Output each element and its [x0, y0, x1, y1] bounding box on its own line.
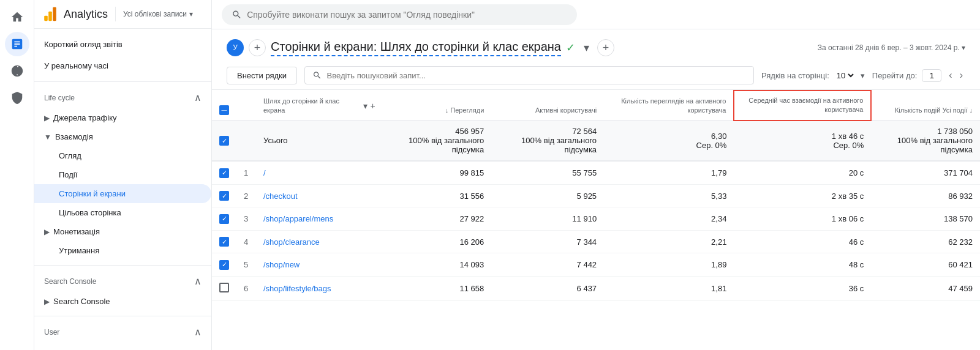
table-search[interactable] — [304, 66, 754, 84]
reports-icon[interactable] — [5, 32, 29, 56]
sidebar-item-realtime[interactable]: У реальному часі — [34, 55, 211, 76]
path-link[interactable]: /shop/apparel/mens — [263, 214, 333, 223]
cell-check — [212, 253, 236, 277]
table-row: 5 /shop/new 14 093 7 442 1,89 48 с 60 42… — [212, 253, 980, 277]
path-link[interactable]: / — [263, 168, 266, 177]
total-time: 1 хв 46 с Сер. 0% — [734, 121, 871, 162]
cell-views: 16 206 — [383, 230, 492, 253]
th-events: Кількість подій Усі події ↓ — [871, 91, 980, 121]
search-icon — [232, 9, 242, 20]
cell-time: 20 с — [734, 161, 871, 184]
cell-events: 62 232 — [871, 230, 980, 253]
logo-icon — [42, 6, 59, 23]
global-search-input[interactable] — [247, 10, 567, 20]
sidebar-item-search-console[interactable]: ▶ Search Console — [34, 292, 211, 311]
table-body: Усього 456 957 100% від загального підсу… — [212, 121, 980, 301]
cell-path: / — [256, 161, 383, 184]
sidebar-nav: Короткий огляд звітів У реальному часі L… — [34, 29, 211, 350]
next-page-button[interactable]: › — [957, 69, 965, 82]
row-checkbox[interactable] — [219, 214, 229, 224]
sidebar-item-events[interactable]: Події — [34, 165, 211, 184]
cell-time: 46 с — [734, 230, 871, 253]
svg-rect-1 — [48, 12, 52, 21]
row-checkbox[interactable] — [219, 283, 229, 292]
rows-per-page: Рядків на сторінці: 10 25 50 ▾ — [761, 70, 865, 81]
add-column-button[interactable]: + — [370, 101, 375, 111]
icon-bar — [0, 0, 34, 350]
sidebar-header: Analytics Усі облікові записи ▾ — [34, 0, 211, 29]
table-row: 2 /checkout 31 556 5 925 5,33 2 хв 35 с … — [212, 184, 980, 207]
sidebar-item-traffic[interactable]: ▶ Джерела трафіку — [34, 108, 211, 127]
cell-path: /shop/new — [256, 253, 383, 277]
add-comparison-button[interactable]: + — [249, 39, 266, 56]
th-check — [212, 91, 236, 121]
select-all-checkbox[interactable] — [219, 105, 229, 115]
page-header: У + Сторінки й екрани: Шлях до сторінки … — [212, 29, 980, 61]
svg-rect-2 — [53, 7, 56, 21]
group-user-title[interactable]: User ∧ — [34, 321, 211, 343]
row-checkbox[interactable] — [219, 260, 229, 270]
group-user: User ∧ — [34, 321, 211, 343]
cell-path: /shop/apparel/mens — [256, 207, 383, 231]
cell-users: 7 442 — [491, 253, 604, 277]
sidebar: Analytics Усі облікові записи ▾ Короткий… — [34, 0, 212, 350]
th-views[interactable]: ↓ Перегляди — [383, 91, 492, 121]
cell-count: 2,34 — [604, 207, 734, 231]
cell-users: 11 910 — [491, 207, 604, 231]
sidebar-item-monetization[interactable]: ▶ Монетизація — [34, 222, 211, 241]
data-table: Шлях до сторінки й клас екрана ▾ + ↓ Пер… — [212, 90, 980, 301]
cell-users: 55 755 — [491, 161, 604, 184]
cell-users: 5 925 — [491, 184, 604, 207]
top-bar — [212, 0, 980, 29]
user-avatar: У — [227, 39, 244, 56]
row-checkbox[interactable] — [219, 168, 229, 178]
page-title-area: У + Сторінки й екрани: Шлях до сторінки … — [227, 39, 614, 56]
th-time: Середній час взаємодії на активного кори… — [734, 91, 871, 121]
advertising-icon[interactable] — [5, 86, 29, 110]
group-search-console-title[interactable]: Search Console ∧ — [34, 270, 211, 292]
cell-views: 31 556 — [383, 184, 492, 207]
path-link[interactable]: /shop/new — [263, 260, 300, 269]
sidebar-item-overview[interactable]: Огляд — [34, 146, 211, 165]
total-checkbox[interactable] — [219, 136, 229, 146]
path-link[interactable]: /checkout — [263, 192, 298, 201]
filter-icon[interactable]: ▾ — [363, 101, 368, 111]
title-dropdown-button[interactable]: ▾ — [578, 39, 595, 56]
date-range[interactable]: За останні 28 днів 6 вер. – 3 жовт. 2024… — [818, 43, 965, 52]
th-users[interactable]: Активні користувачі — [491, 91, 604, 121]
path-link[interactable]: /shop/lifestyle/bags — [263, 284, 331, 293]
total-label: Усього — [256, 121, 383, 162]
page-nav: ‹ › — [946, 69, 965, 82]
home-icon[interactable] — [5, 5, 29, 29]
table-row: 1 / 99 815 55 755 1,79 20 с 371 704 — [212, 161, 980, 184]
rows-per-page-select[interactable]: 10 25 50 — [834, 70, 856, 81]
sidebar-item-retention[interactable]: Утримання — [34, 241, 211, 260]
cell-path: /shop/clearance — [256, 230, 383, 253]
all-accounts-btn[interactable]: Усі облікові записи ▾ — [123, 10, 193, 18]
explore-icon[interactable] — [5, 59, 29, 83]
goto-page-input[interactable] — [922, 69, 941, 82]
sidebar-item-engagement[interactable]: ▼ Взаємодія — [34, 127, 211, 146]
cell-count: 1,79 — [604, 161, 734, 184]
path-link[interactable]: /shop/clearance — [263, 237, 320, 247]
global-search[interactable] — [222, 4, 577, 25]
row-checkbox[interactable] — [219, 191, 229, 201]
sidebar-item-landing[interactable]: Цільова сторінка — [34, 203, 211, 222]
prev-page-button[interactable]: ‹ — [946, 69, 954, 82]
add-metric-button[interactable]: + — [597, 39, 614, 56]
sidebar-item-pages[interactable]: Сторінки й екрани — [34, 184, 211, 203]
sidebar-item-overview[interactable]: Короткий огляд звітів — [34, 34, 211, 55]
cell-events: 138 570 — [871, 207, 980, 231]
cell-count: 2,21 — [604, 230, 734, 253]
table-search-input[interactable] — [327, 71, 746, 80]
table-row: 6 /shop/lifestyle/bags 11 658 6 437 1,81… — [212, 276, 980, 300]
th-count: Кількість переглядів на активного корист… — [604, 91, 734, 121]
import-rows-button[interactable]: Внести рядки — [227, 67, 297, 84]
expand-icon: ▼ — [44, 133, 51, 141]
row-checkbox[interactable] — [219, 237, 229, 247]
cell-events: 60 421 — [871, 253, 980, 277]
cell-events: 371 704 — [871, 161, 980, 184]
table-header: Шлях до сторінки й клас екрана ▾ + ↓ Пер… — [212, 91, 980, 121]
group-lifecycle-title[interactable]: Life cycle ∧ — [34, 87, 211, 108]
cell-num: 3 — [236, 207, 256, 231]
